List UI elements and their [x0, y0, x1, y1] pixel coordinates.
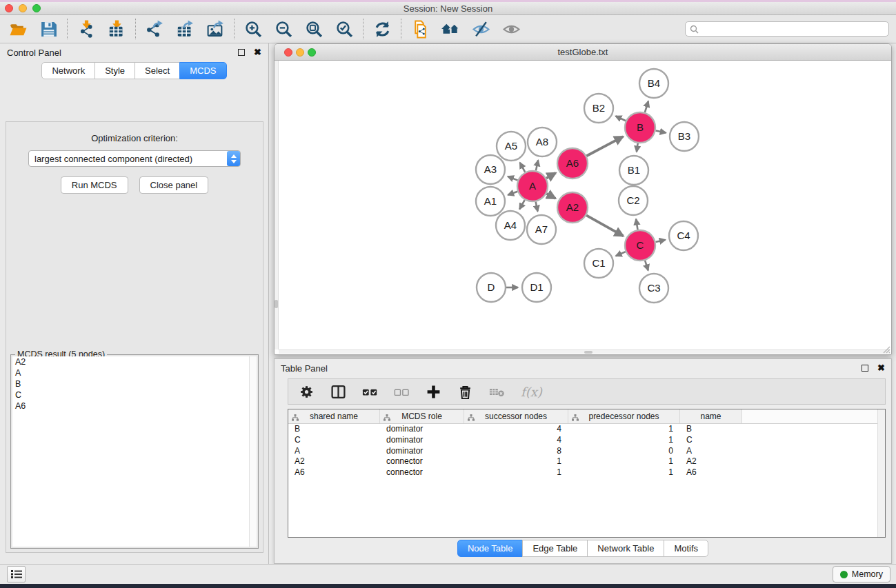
graph-node-A4[interactable]: A4 [496, 211, 525, 240]
graph-edge-A-A5[interactable] [520, 163, 526, 172]
graph-node-D[interactable]: D [477, 273, 506, 302]
graph-edge-C-C3[interactable] [645, 261, 648, 270]
graph-edge-B-B4[interactable] [645, 101, 648, 112]
import-network-icon[interactable] [75, 19, 97, 39]
float-panel-icon[interactable] [238, 49, 245, 56]
network-window-titlebar[interactable]: testGlobe.txt [275, 44, 891, 61]
criterion-select[interactable]: largest connected component (directed) [28, 150, 241, 167]
tab-node-table[interactable]: Node Table [457, 540, 524, 557]
mcds-list-scrollbar[interactable] [249, 356, 257, 547]
mcds-result-item[interactable]: A [12, 367, 257, 378]
export-table-icon[interactable] [174, 19, 196, 39]
table-row[interactable]: Bdominator41B [288, 424, 885, 435]
graph-node-B4[interactable]: B4 [639, 69, 668, 98]
mcds-result-item[interactable]: C [12, 389, 257, 401]
hide-selected-icon[interactable] [470, 19, 492, 39]
tab-style[interactable]: Style [94, 62, 135, 79]
task-history-button[interactable] [7, 566, 26, 582]
table-scrollbar[interactable] [877, 409, 885, 537]
network-graph-canvas[interactable]: B4B2BB3A5A8A6A3B1AA1C2A2A4A7C4CC1C3DD1 [279, 61, 891, 350]
tab-network[interactable]: Network [41, 62, 95, 79]
select-all-icon[interactable] [362, 384, 378, 400]
graph-edge-C-C1[interactable] [616, 252, 626, 256]
graph-edge-A-A6[interactable] [546, 173, 556, 179]
graph-edge-A-A1[interactable] [508, 192, 517, 195]
graph-node-B[interactable]: B [625, 112, 655, 143]
column-header-name[interactable]: name [680, 409, 742, 423]
graph-edge-A-A4[interactable] [519, 200, 525, 209]
search-input[interactable] [701, 24, 884, 34]
tab-edge-table[interactable]: Edge Table [522, 540, 588, 557]
zoom-selected-icon[interactable] [333, 19, 355, 39]
graph-edge-A-A2[interactable] [546, 194, 555, 199]
graph-edge-B-B2[interactable] [616, 116, 626, 121]
column-header-shared-name[interactable]: shared name [288, 409, 380, 423]
table-settings-icon[interactable] [299, 384, 315, 400]
first-neighbors-icon[interactable] [439, 19, 461, 39]
column-header-successor-nodes[interactable]: successor nodes [464, 409, 568, 423]
graph-node-A2[interactable]: A2 [557, 192, 588, 223]
tab-network-table[interactable]: Network Table [587, 540, 664, 557]
add-column-icon[interactable] [426, 384, 441, 400]
run-mcds-button[interactable]: Run MCDS [61, 176, 128, 194]
table-row[interactable]: A2connector11A2 [288, 456, 885, 467]
graph-node-A1[interactable]: A1 [476, 187, 505, 216]
export-network-icon[interactable] [143, 19, 166, 39]
close-table-panel-icon[interactable]: ✖ [877, 365, 885, 372]
network-horizontal-scrollbar[interactable] [279, 349, 890, 354]
graph-node-C2[interactable]: C2 [619, 186, 648, 215]
import-table-icon[interactable] [106, 19, 128, 39]
graph-node-A[interactable]: A [517, 171, 548, 201]
column-header-mcds-role[interactable]: MCDS role [380, 409, 464, 423]
graph-edge-B-B3[interactable] [656, 131, 666, 133]
graph-node-A7[interactable]: A7 [527, 215, 556, 244]
graph-edge-A2-C[interactable] [586, 215, 624, 236]
mcds-result-item[interactable]: A6 [12, 401, 257, 412]
zoom-out-icon[interactable] [272, 19, 295, 39]
graph-node-A6[interactable]: A6 [557, 148, 588, 179]
zoom-in-icon[interactable] [242, 19, 264, 39]
resize-grip[interactable] [881, 344, 890, 354]
table-row[interactable]: Adominator80A [288, 446, 885, 457]
column-header-predecessor-nodes[interactable]: predecessor nodes [568, 409, 680, 423]
graph-node-A3[interactable]: A3 [476, 155, 505, 184]
graph-edge-B-B1[interactable] [637, 143, 638, 152]
zoom-fit-icon[interactable] [303, 19, 325, 39]
graph-edge-C-C4[interactable] [656, 240, 666, 242]
network-from-selection-icon[interactable] [409, 19, 431, 39]
graph-node-B3[interactable]: B3 [670, 122, 699, 151]
graph-node-A5[interactable]: A5 [497, 132, 526, 161]
mcds-result-item[interactable]: B [12, 378, 257, 389]
show-all-icon[interactable] [500, 19, 522, 39]
close-panel-button[interactable]: Close panel [139, 176, 209, 194]
graph-edge-A-A7[interactable] [536, 202, 538, 212]
table-row[interactable]: Cdominator41C [288, 435, 885, 446]
graph-edge-A-A3[interactable] [508, 176, 518, 181]
graph-node-C1[interactable]: C1 [584, 249, 613, 278]
graph-node-C3[interactable]: C3 [639, 274, 668, 303]
export-image-icon[interactable] [204, 19, 226, 39]
float-table-panel-icon[interactable] [862, 365, 868, 372]
memory-button[interactable]: Memory [833, 566, 890, 582]
refresh-view-icon[interactable] [371, 19, 393, 39]
split-table-icon[interactable] [330, 384, 346, 400]
graph-node-A8[interactable]: A8 [528, 128, 557, 156]
graph-edge-A-A8[interactable] [536, 160, 538, 170]
delete-column-icon[interactable] [457, 384, 473, 400]
save-session-icon[interactable] [37, 19, 59, 39]
deselect-all-icon[interactable] [394, 384, 410, 400]
table-row[interactable]: A6connector11A6 [288, 467, 885, 478]
graph-edge-C-C2[interactable] [636, 219, 637, 230]
graph-edge-A6-B[interactable] [586, 136, 623, 156]
mcds-result-item[interactable]: A2 [12, 356, 257, 367]
graph-node-B2[interactable]: B2 [584, 94, 613, 123]
tab-motifs[interactable]: Motifs [664, 540, 708, 557]
graph-node-C4[interactable]: C4 [669, 221, 698, 250]
graph-node-C[interactable]: C [625, 230, 655, 261]
tab-mcds[interactable]: MCDS [179, 62, 226, 79]
search-field[interactable] [685, 21, 889, 37]
graph-node-B1[interactable]: B1 [619, 156, 648, 185]
close-panel-icon[interactable]: ✖ [254, 49, 261, 56]
tab-select[interactable]: Select [135, 62, 180, 79]
open-session-icon[interactable] [7, 19, 29, 39]
